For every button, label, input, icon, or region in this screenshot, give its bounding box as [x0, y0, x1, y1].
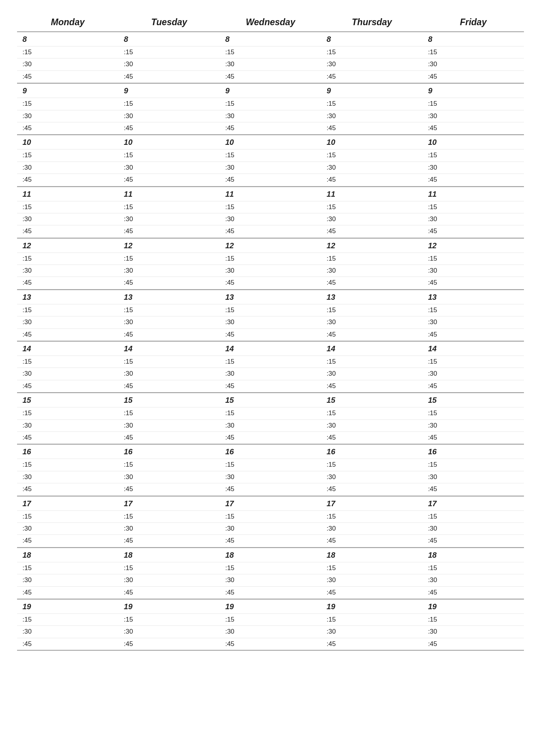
- hour-slot[interactable]: 13: [422, 289, 524, 304]
- hour-slot[interactable]: 13: [321, 289, 423, 304]
- minute-slot[interactable]: :45: [422, 483, 524, 495]
- minute-slot[interactable]: :45: [220, 225, 321, 237]
- hour-slot[interactable]: 19: [220, 599, 321, 614]
- hour-slot[interactable]: 10: [119, 134, 220, 149]
- hour-slot[interactable]: 17: [422, 496, 524, 511]
- minute-slot[interactable]: :15: [17, 46, 119, 58]
- minute-slot[interactable]: :15: [422, 356, 524, 368]
- minute-slot[interactable]: :45: [422, 535, 524, 547]
- hour-slot[interactable]: 8: [119, 32, 220, 46]
- minute-slot[interactable]: :30: [321, 574, 423, 586]
- minute-slot[interactable]: :30: [422, 213, 524, 225]
- minute-slot[interactable]: :15: [321, 46, 423, 58]
- minute-slot[interactable]: :30: [17, 265, 119, 277]
- hour-slot[interactable]: 17: [119, 496, 220, 511]
- minute-slot[interactable]: :45: [220, 483, 321, 495]
- minute-slot[interactable]: :30: [17, 471, 119, 483]
- minute-slot[interactable]: :45: [321, 174, 423, 186]
- minute-slot[interactable]: :30: [321, 316, 423, 328]
- minute-slot[interactable]: :30: [119, 58, 220, 70]
- hour-slot[interactable]: 10: [220, 134, 321, 149]
- minute-slot[interactable]: :15: [321, 614, 423, 626]
- minute-slot[interactable]: :45: [119, 535, 220, 547]
- minute-slot[interactable]: :45: [119, 380, 220, 392]
- hour-slot[interactable]: 15: [422, 392, 524, 407]
- hour-slot[interactable]: 15: [17, 392, 119, 407]
- minute-slot[interactable]: :45: [17, 638, 119, 651]
- hour-slot[interactable]: 9: [321, 83, 423, 98]
- minute-slot[interactable]: :45: [119, 71, 220, 83]
- minute-slot[interactable]: :30: [321, 265, 423, 277]
- hour-slot[interactable]: 11: [321, 186, 423, 201]
- minute-slot[interactable]: :15: [220, 149, 321, 162]
- minute-slot[interactable]: :15: [17, 356, 119, 368]
- minute-slot[interactable]: :15: [321, 98, 423, 110]
- minute-slot[interactable]: :30: [422, 626, 524, 638]
- minute-slot[interactable]: :45: [119, 122, 220, 134]
- hour-slot[interactable]: 18: [220, 547, 321, 562]
- minute-slot[interactable]: :30: [321, 368, 423, 380]
- minute-slot[interactable]: :45: [321, 535, 423, 547]
- minute-slot[interactable]: :30: [321, 626, 423, 638]
- minute-slot[interactable]: :45: [321, 432, 423, 444]
- hour-slot[interactable]: 10: [321, 134, 423, 149]
- minute-slot[interactable]: :45: [220, 174, 321, 186]
- minute-slot[interactable]: :15: [17, 562, 119, 574]
- minute-slot[interactable]: :30: [422, 523, 524, 535]
- minute-slot[interactable]: :45: [220, 329, 321, 341]
- minute-slot[interactable]: :45: [119, 329, 220, 341]
- minute-slot[interactable]: :45: [119, 174, 220, 186]
- minute-slot[interactable]: :45: [321, 225, 423, 237]
- minute-slot[interactable]: :30: [119, 110, 220, 122]
- minute-slot[interactable]: :15: [17, 511, 119, 523]
- hour-slot[interactable]: 15: [321, 392, 423, 407]
- minute-slot[interactable]: :15: [422, 149, 524, 162]
- minute-slot[interactable]: :45: [321, 587, 423, 599]
- minute-slot[interactable]: :15: [422, 46, 524, 58]
- minute-slot[interactable]: :15: [220, 562, 321, 574]
- minute-slot[interactable]: :30: [220, 316, 321, 328]
- minute-slot[interactable]: :30: [422, 471, 524, 483]
- minute-slot[interactable]: :30: [17, 162, 119, 174]
- minute-slot[interactable]: :15: [220, 304, 321, 316]
- minute-slot[interactable]: :30: [17, 58, 119, 70]
- minute-slot[interactable]: :30: [220, 110, 321, 122]
- minute-slot[interactable]: :30: [17, 213, 119, 225]
- minute-slot[interactable]: :15: [119, 98, 220, 110]
- minute-slot[interactable]: :15: [119, 304, 220, 316]
- minute-slot[interactable]: :45: [119, 432, 220, 444]
- minute-slot[interactable]: :30: [119, 265, 220, 277]
- minute-slot[interactable]: :30: [422, 316, 524, 328]
- hour-slot[interactable]: 8: [422, 32, 524, 46]
- minute-slot[interactable]: :15: [422, 459, 524, 471]
- hour-slot[interactable]: 9: [422, 83, 524, 98]
- minute-slot[interactable]: :30: [17, 523, 119, 535]
- minute-slot[interactable]: :15: [17, 304, 119, 316]
- minute-slot[interactable]: :30: [422, 574, 524, 586]
- minute-slot[interactable]: :45: [220, 277, 321, 289]
- minute-slot[interactable]: :45: [321, 71, 423, 83]
- minute-slot[interactable]: :15: [17, 459, 119, 471]
- hour-slot[interactable]: 19: [422, 599, 524, 614]
- hour-slot[interactable]: 16: [422, 444, 524, 459]
- minute-slot[interactable]: :30: [220, 523, 321, 535]
- minute-slot[interactable]: :30: [17, 626, 119, 638]
- minute-slot[interactable]: :45: [321, 638, 423, 651]
- minute-slot[interactable]: :45: [17, 122, 119, 134]
- minute-slot[interactable]: :15: [119, 149, 220, 162]
- hour-slot[interactable]: 13: [119, 289, 220, 304]
- minute-slot[interactable]: :30: [17, 368, 119, 380]
- minute-slot[interactable]: :30: [422, 58, 524, 70]
- minute-slot[interactable]: :15: [422, 562, 524, 574]
- hour-slot[interactable]: 9: [220, 83, 321, 98]
- hour-slot[interactable]: 16: [119, 444, 220, 459]
- minute-slot[interactable]: :15: [119, 407, 220, 419]
- minute-slot[interactable]: :45: [422, 71, 524, 83]
- minute-slot[interactable]: :45: [422, 587, 524, 599]
- minute-slot[interactable]: :30: [17, 420, 119, 432]
- minute-slot[interactable]: :45: [220, 432, 321, 444]
- minute-slot[interactable]: :30: [321, 523, 423, 535]
- minute-slot[interactable]: :45: [119, 638, 220, 651]
- minute-slot[interactable]: :45: [422, 329, 524, 341]
- minute-slot[interactable]: :30: [17, 110, 119, 122]
